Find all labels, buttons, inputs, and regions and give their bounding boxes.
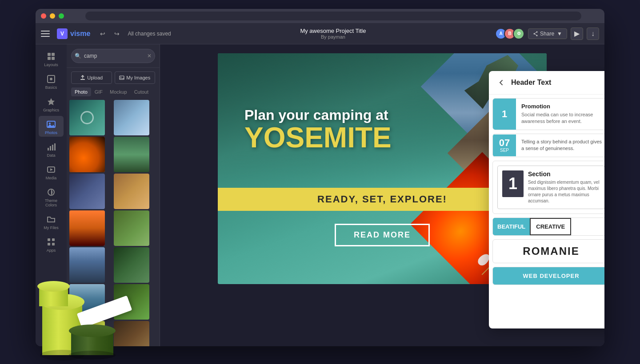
tab-gif[interactable]: GIF [91, 87, 106, 96]
template-creative[interactable]: BEATIFUL CREATIVE [492, 218, 604, 236]
svg-rect-7 [48, 57, 51, 60]
sidebar-item-media[interactable]: Media [39, 161, 64, 182]
photo-thumb[interactable] [114, 284, 149, 320]
layouts-icon [46, 51, 56, 61]
upload-button[interactable]: Upload [71, 71, 112, 84]
tab-cutout[interactable]: Cutout [131, 87, 152, 96]
photo-thumb[interactable] [114, 247, 149, 283]
svg-rect-26 [80, 79, 85, 80]
date-day: 07 [495, 138, 514, 148]
photo-thumb[interactable] [114, 321, 149, 346]
toolbar-center: My awesome Project Title By payman [175, 28, 492, 40]
photo-thumb[interactable] [69, 321, 105, 346]
visme-logo: V visme [57, 28, 90, 39]
sidebar-item-my-files[interactable]: My Files [39, 211, 64, 232]
svg-line-3 [534, 32, 537, 34]
creative-left-text: BEATIFUL [493, 218, 530, 235]
photos-grid [67, 100, 160, 346]
canvas-main-text: Plan your camping at [244, 107, 392, 123]
photo-thumb[interactable] [114, 137, 149, 172]
my-files-label: My Files [44, 226, 59, 230]
photos-search-area: 🔍 ✕ [67, 44, 160, 68]
menu-icon[interactable] [41, 28, 53, 40]
sidebar-item-layouts[interactable]: Layouts [39, 48, 64, 69]
header-text-panel: Header Text 1 Promotion Social media can… [489, 71, 604, 328]
clear-search-icon[interactable]: ✕ [147, 53, 152, 59]
template-webdev[interactable]: WEB DEVELOPER [492, 267, 604, 285]
sidebar-item-photos[interactable]: Photos [39, 116, 64, 137]
svg-point-13 [49, 123, 51, 124]
svg-point-10 [50, 78, 52, 80]
back-icon [498, 79, 505, 86]
tab-photo[interactable]: Photo [71, 87, 91, 96]
sidebar-item-apps[interactable]: Apps [39, 233, 64, 254]
data-label: Data [47, 153, 55, 158]
mac-minimize-dot[interactable] [50, 13, 55, 19]
apps-icon [46, 237, 56, 247]
template-romanie[interactable]: ROMANIE [492, 239, 604, 263]
mac-url-bar[interactable] [85, 12, 581, 20]
project-title[interactable]: My awesome Project Title [300, 28, 366, 34]
media-label: Media [46, 176, 57, 180]
svg-rect-8 [52, 57, 55, 60]
canvas-text-block: Plan your camping at YOSEMITE [244, 107, 392, 152]
promo-number: 1 [493, 99, 516, 130]
apps-label: Apps [47, 248, 56, 253]
my-images-button[interactable]: My Images [115, 71, 156, 84]
svg-marker-20 [50, 168, 53, 171]
svg-rect-6 [52, 53, 55, 56]
template-date[interactable]: 07 SEP Telling a story behind a product … [492, 134, 604, 157]
sidebar-item-data[interactable]: Data [39, 138, 64, 159]
svg-rect-25 [52, 243, 55, 245]
date-month: SEP [495, 148, 514, 153]
photo-thumb[interactable] [69, 174, 105, 209]
media-icon [46, 165, 56, 174]
undo-button[interactable]: ↩ [97, 28, 108, 39]
basics-icon [46, 74, 56, 84]
canvas-read-more-button[interactable]: READ MORE [335, 224, 430, 246]
share-button[interactable]: Share ▼ [528, 28, 567, 39]
sidebar-item-theme-colors[interactable]: Theme Colors [39, 184, 64, 209]
svg-rect-24 [48, 243, 50, 245]
svg-rect-5 [48, 53, 51, 56]
canvas-banner-text: READY, SET, EXPLORE! [317, 194, 447, 205]
photo-thumb[interactable] [114, 100, 149, 135]
layouts-label: Layouts [44, 63, 58, 67]
svg-rect-16 [50, 146, 51, 150]
photo-thumb[interactable] [114, 174, 149, 209]
sidebar-item-basics[interactable]: Basics [39, 71, 64, 91]
mac-titlebar [36, 9, 604, 23]
promo-desc: Social media can use to increase awarene… [521, 111, 604, 125]
mac-close-dot[interactable] [41, 13, 46, 19]
download-button[interactable]: ↓ [587, 28, 599, 40]
search-input[interactable] [71, 49, 155, 63]
toolbar-right: A B ⚙ Share ▼ ▶ ↓ [495, 28, 599, 40]
photo-thumb[interactable] [69, 284, 105, 320]
template-promotion[interactable]: 1 Promotion Social media can use to incr… [492, 98, 604, 130]
photo-thumb[interactable] [114, 210, 149, 246]
section-desc: Sed dignissim elementum quam, vel maximu… [528, 179, 600, 204]
photo-thumb[interactable] [69, 137, 105, 172]
saved-status: All changes saved [128, 31, 171, 37]
photo-thumb[interactable] [69, 210, 105, 246]
section-title: Section [528, 170, 600, 178]
sidebar-item-graphics[interactable]: Graphics [39, 93, 64, 114]
photo-thumb[interactable] [69, 100, 105, 135]
mac-window: V visme ↩ ↪ All changes saved My awesome… [36, 9, 604, 346]
canvas-area[interactable]: Plan your camping at YOSEMITE READY, SET… [160, 44, 604, 346]
photo-thumb[interactable] [69, 247, 105, 283]
play-button[interactable]: ▶ [571, 28, 583, 40]
mac-maximize-dot[interactable] [59, 13, 64, 19]
graphics-label: Graphics [43, 108, 59, 112]
back-button[interactable] [496, 77, 507, 88]
template-section[interactable]: 1 Section Sed dignissim elementum quam, … [492, 161, 604, 214]
panel-title: Header Text [511, 79, 551, 87]
redo-button[interactable]: ↪ [112, 28, 122, 39]
visme-logo-text: visme [70, 30, 90, 38]
project-author: By payman [321, 34, 345, 40]
date-desc: Telling a story behind a product gives a… [516, 134, 604, 157]
tab-mockup[interactable]: Mockup [106, 87, 131, 96]
svg-marker-14 [47, 124, 55, 127]
htp-items-list: 1 Promotion Social media can use to incr… [489, 95, 604, 328]
webdev-text: WEB DEVELOPER [498, 273, 604, 279]
